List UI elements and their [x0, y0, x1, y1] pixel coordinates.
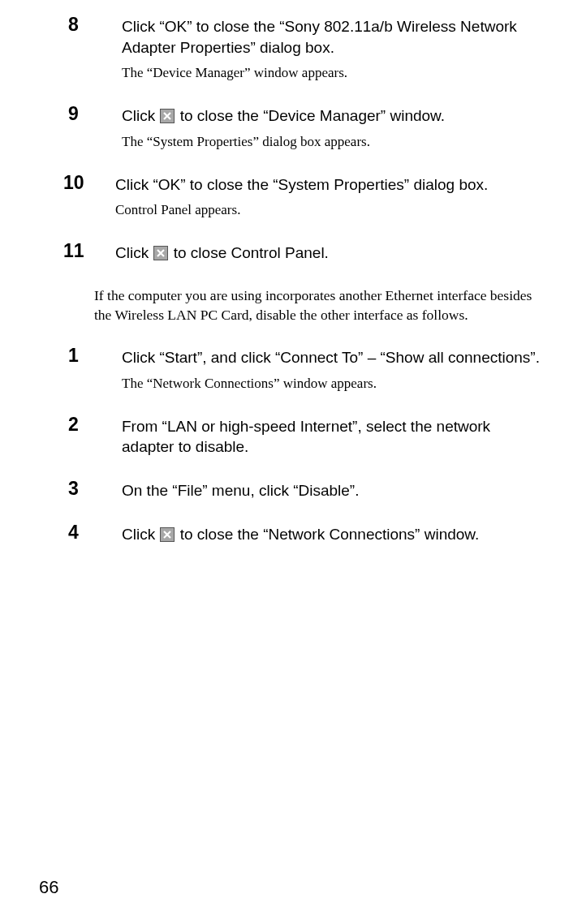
step-body: Click to close Control Panel.: [94, 243, 545, 264]
step-sub-text: Control Panel appears.: [115, 201, 545, 220]
step-main-text: Click to close Control Panel.: [115, 243, 545, 264]
step-text-post: to close Control Panel.: [169, 244, 328, 261]
close-window-icon: [160, 527, 175, 542]
step-sub-text: The “Network Connections” window appears…: [122, 375, 545, 393]
step-number: 10: [63, 172, 89, 194]
step-b-1: 1 Click “Start”, and click “Connect To” …: [94, 347, 545, 393]
step-body: Click to close the “Device Manager” wind…: [94, 105, 545, 152]
page-number: 66: [39, 877, 58, 898]
step-number: 8: [68, 14, 94, 36]
step-10: 10 Click “OK” to close the “System Prope…: [94, 174, 545, 221]
step-text-post: to close the “Device Manager” window.: [175, 107, 445, 124]
step-main-text: From “LAN or high-speed Internet”, selec…: [122, 416, 545, 458]
step-sub-text: The “Device Manager” window appears.: [122, 64, 545, 83]
step-number: 3: [68, 478, 94, 500]
step-b-4: 4 Click to close the “Network Connection…: [94, 524, 545, 545]
step-body: Click “Start”, and click “Connect To” – …: [94, 347, 545, 393]
step-number: 9: [68, 103, 94, 125]
step-9: 9 Click to close the “Device Manager” wi…: [94, 105, 545, 152]
step-number: 1: [68, 345, 94, 367]
step-main-text: Click “OK” to close the “System Properti…: [115, 174, 545, 196]
step-number: 11: [63, 240, 89, 262]
step-11: 11 Click to close Control Panel.: [94, 243, 545, 264]
step-main-text: Click to close the “Device Manager” wind…: [122, 105, 545, 127]
step-8: 8 Click “OK” to close the “Sony 802.11a/…: [94, 16, 545, 83]
instruction-paragraph: If the computer you are using incorporat…: [94, 286, 545, 324]
step-number: 4: [68, 522, 94, 544]
step-body: Click “OK” to close the “System Properti…: [94, 174, 545, 221]
close-window-icon: [153, 246, 168, 260]
step-text-pre: Click: [122, 526, 159, 543]
page-content: 8 Click “OK” to close the “Sony 802.11a/…: [0, 0, 569, 544]
step-body: On the “File” menu, click “Disable”.: [94, 480, 545, 501]
step-text-post: to close the “Network Connections” windo…: [175, 526, 479, 543]
step-body: Click to close the “Network Connections”…: [94, 524, 545, 545]
step-b-3: 3 On the “File” menu, click “Disable”.: [94, 480, 545, 501]
step-main-text: Click “OK” to close the “Sony 802.11a/b …: [122, 16, 545, 58]
step-main-text: Click to close the “Network Connections”…: [122, 524, 545, 545]
step-number: 2: [68, 414, 94, 436]
step-text-pre: Click: [122, 107, 159, 124]
step-body: From “LAN or high-speed Internet”, selec…: [94, 416, 545, 458]
step-main-text: Click “Start”, and click “Connect To” – …: [122, 347, 545, 368]
step-main-text: On the “File” menu, click “Disable”.: [122, 480, 545, 501]
step-b-2: 2 From “LAN or high-speed Internet”, sel…: [94, 416, 545, 458]
step-body: Click “OK” to close the “Sony 802.11a/b …: [94, 16, 545, 83]
close-window-icon: [160, 109, 175, 123]
step-text-pre: Click: [115, 244, 153, 261]
step-sub-text: The “System Properties” dialog box appea…: [122, 133, 545, 152]
